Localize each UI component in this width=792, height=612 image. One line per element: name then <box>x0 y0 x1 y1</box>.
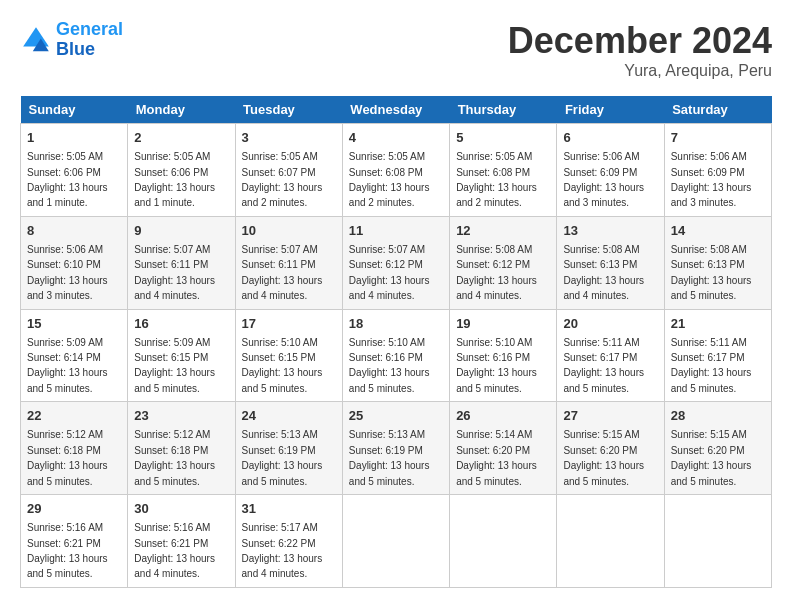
calendar-cell: 27Sunrise: 5:15 AMSunset: 6:20 PMDayligh… <box>557 402 664 495</box>
day-number: 3 <box>242 129 336 147</box>
day-number: 18 <box>349 315 443 333</box>
day-number: 25 <box>349 407 443 425</box>
day-info: Sunrise: 5:11 AMSunset: 6:17 PMDaylight:… <box>563 337 644 394</box>
calendar-cell <box>342 495 449 588</box>
day-info: Sunrise: 5:13 AMSunset: 6:19 PMDaylight:… <box>242 429 323 486</box>
day-info: Sunrise: 5:17 AMSunset: 6:22 PMDaylight:… <box>242 522 323 579</box>
calendar-cell: 6Sunrise: 5:06 AMSunset: 6:09 PMDaylight… <box>557 124 664 217</box>
calendar-cell: 23Sunrise: 5:12 AMSunset: 6:18 PMDayligh… <box>128 402 235 495</box>
day-info: Sunrise: 5:06 AMSunset: 6:09 PMDaylight:… <box>671 151 752 208</box>
day-info: Sunrise: 5:15 AMSunset: 6:20 PMDaylight:… <box>563 429 644 486</box>
day-number: 14 <box>671 222 765 240</box>
header-tuesday: Tuesday <box>235 96 342 124</box>
day-info: Sunrise: 5:11 AMSunset: 6:17 PMDaylight:… <box>671 337 752 394</box>
calendar-cell <box>664 495 771 588</box>
day-number: 27 <box>563 407 657 425</box>
header-wednesday: Wednesday <box>342 96 449 124</box>
calendar-cell: 9Sunrise: 5:07 AMSunset: 6:11 PMDaylight… <box>128 216 235 309</box>
calendar-cell: 22Sunrise: 5:12 AMSunset: 6:18 PMDayligh… <box>21 402 128 495</box>
header-sunday: Sunday <box>21 96 128 124</box>
day-number: 12 <box>456 222 550 240</box>
day-info: Sunrise: 5:08 AMSunset: 6:12 PMDaylight:… <box>456 244 537 301</box>
calendar-cell: 24Sunrise: 5:13 AMSunset: 6:19 PMDayligh… <box>235 402 342 495</box>
calendar-cell: 14Sunrise: 5:08 AMSunset: 6:13 PMDayligh… <box>664 216 771 309</box>
day-number: 30 <box>134 500 228 518</box>
day-number: 15 <box>27 315 121 333</box>
calendar-week-row: 22Sunrise: 5:12 AMSunset: 6:18 PMDayligh… <box>21 402 772 495</box>
day-number: 19 <box>456 315 550 333</box>
day-number: 10 <box>242 222 336 240</box>
day-number: 9 <box>134 222 228 240</box>
day-info: Sunrise: 5:06 AMSunset: 6:10 PMDaylight:… <box>27 244 108 301</box>
calendar-cell: 5Sunrise: 5:05 AMSunset: 6:08 PMDaylight… <box>450 124 557 217</box>
day-number: 26 <box>456 407 550 425</box>
calendar-cell: 7Sunrise: 5:06 AMSunset: 6:09 PMDaylight… <box>664 124 771 217</box>
logo: General Blue <box>20 20 123 60</box>
day-number: 31 <box>242 500 336 518</box>
calendar-cell: 21Sunrise: 5:11 AMSunset: 6:17 PMDayligh… <box>664 309 771 402</box>
title-area: December 2024 Yura, Arequipa, Peru <box>508 20 772 80</box>
day-info: Sunrise: 5:14 AMSunset: 6:20 PMDaylight:… <box>456 429 537 486</box>
calendar-cell: 1Sunrise: 5:05 AMSunset: 6:06 PMDaylight… <box>21 124 128 217</box>
day-info: Sunrise: 5:09 AMSunset: 6:14 PMDaylight:… <box>27 337 108 394</box>
month-title: December 2024 <box>508 20 772 62</box>
calendar-cell: 11Sunrise: 5:07 AMSunset: 6:12 PMDayligh… <box>342 216 449 309</box>
header-saturday: Saturday <box>664 96 771 124</box>
day-info: Sunrise: 5:05 AMSunset: 6:07 PMDaylight:… <box>242 151 323 208</box>
day-info: Sunrise: 5:05 AMSunset: 6:08 PMDaylight:… <box>456 151 537 208</box>
day-number: 23 <box>134 407 228 425</box>
day-info: Sunrise: 5:08 AMSunset: 6:13 PMDaylight:… <box>563 244 644 301</box>
day-number: 29 <box>27 500 121 518</box>
calendar-header-row: SundayMondayTuesdayWednesdayThursdayFrid… <box>21 96 772 124</box>
day-info: Sunrise: 5:15 AMSunset: 6:20 PMDaylight:… <box>671 429 752 486</box>
day-info: Sunrise: 5:16 AMSunset: 6:21 PMDaylight:… <box>27 522 108 579</box>
calendar-cell: 15Sunrise: 5:09 AMSunset: 6:14 PMDayligh… <box>21 309 128 402</box>
day-number: 24 <box>242 407 336 425</box>
day-info: Sunrise: 5:05 AMSunset: 6:08 PMDaylight:… <box>349 151 430 208</box>
calendar-cell: 4Sunrise: 5:05 AMSunset: 6:08 PMDaylight… <box>342 124 449 217</box>
calendar-week-row: 1Sunrise: 5:05 AMSunset: 6:06 PMDaylight… <box>21 124 772 217</box>
day-info: Sunrise: 5:12 AMSunset: 6:18 PMDaylight:… <box>27 429 108 486</box>
calendar-cell: 16Sunrise: 5:09 AMSunset: 6:15 PMDayligh… <box>128 309 235 402</box>
header-thursday: Thursday <box>450 96 557 124</box>
day-number: 1 <box>27 129 121 147</box>
day-info: Sunrise: 5:09 AMSunset: 6:15 PMDaylight:… <box>134 337 215 394</box>
day-number: 20 <box>563 315 657 333</box>
day-number: 16 <box>134 315 228 333</box>
day-info: Sunrise: 5:12 AMSunset: 6:18 PMDaylight:… <box>134 429 215 486</box>
calendar-cell <box>557 495 664 588</box>
calendar-cell: 10Sunrise: 5:07 AMSunset: 6:11 PMDayligh… <box>235 216 342 309</box>
calendar-week-row: 8Sunrise: 5:06 AMSunset: 6:10 PMDaylight… <box>21 216 772 309</box>
day-info: Sunrise: 5:13 AMSunset: 6:19 PMDaylight:… <box>349 429 430 486</box>
day-info: Sunrise: 5:08 AMSunset: 6:13 PMDaylight:… <box>671 244 752 301</box>
calendar-cell: 2Sunrise: 5:05 AMSunset: 6:06 PMDaylight… <box>128 124 235 217</box>
day-number: 6 <box>563 129 657 147</box>
calendar-cell: 13Sunrise: 5:08 AMSunset: 6:13 PMDayligh… <box>557 216 664 309</box>
calendar-cell: 31Sunrise: 5:17 AMSunset: 6:22 PMDayligh… <box>235 495 342 588</box>
calendar-cell: 20Sunrise: 5:11 AMSunset: 6:17 PMDayligh… <box>557 309 664 402</box>
day-number: 7 <box>671 129 765 147</box>
day-info: Sunrise: 5:07 AMSunset: 6:11 PMDaylight:… <box>134 244 215 301</box>
calendar-cell: 19Sunrise: 5:10 AMSunset: 6:16 PMDayligh… <box>450 309 557 402</box>
calendar-cell: 17Sunrise: 5:10 AMSunset: 6:15 PMDayligh… <box>235 309 342 402</box>
day-number: 17 <box>242 315 336 333</box>
day-number: 8 <box>27 222 121 240</box>
calendar-week-row: 15Sunrise: 5:09 AMSunset: 6:14 PMDayligh… <box>21 309 772 402</box>
day-info: Sunrise: 5:10 AMSunset: 6:16 PMDaylight:… <box>349 337 430 394</box>
day-info: Sunrise: 5:07 AMSunset: 6:12 PMDaylight:… <box>349 244 430 301</box>
calendar-cell: 25Sunrise: 5:13 AMSunset: 6:19 PMDayligh… <box>342 402 449 495</box>
calendar-cell <box>450 495 557 588</box>
day-number: 2 <box>134 129 228 147</box>
header-monday: Monday <box>128 96 235 124</box>
calendar-cell: 26Sunrise: 5:14 AMSunset: 6:20 PMDayligh… <box>450 402 557 495</box>
day-info: Sunrise: 5:16 AMSunset: 6:21 PMDaylight:… <box>134 522 215 579</box>
logo-icon <box>20 24 52 56</box>
day-info: Sunrise: 5:06 AMSunset: 6:09 PMDaylight:… <box>563 151 644 208</box>
day-number: 22 <box>27 407 121 425</box>
day-number: 4 <box>349 129 443 147</box>
day-info: Sunrise: 5:07 AMSunset: 6:11 PMDaylight:… <box>242 244 323 301</box>
day-info: Sunrise: 5:05 AMSunset: 6:06 PMDaylight:… <box>27 151 108 208</box>
day-number: 5 <box>456 129 550 147</box>
day-info: Sunrise: 5:05 AMSunset: 6:06 PMDaylight:… <box>134 151 215 208</box>
day-number: 11 <box>349 222 443 240</box>
